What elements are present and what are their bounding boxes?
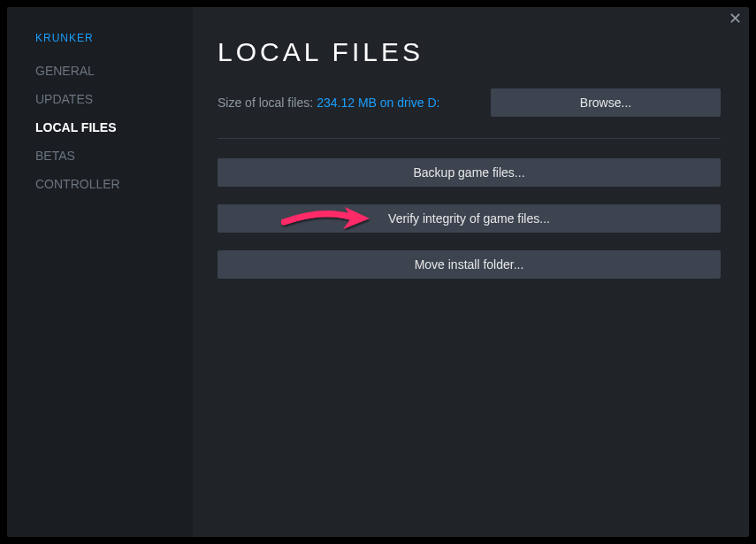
size-row: Size of local files: 234.12 MB on drive … [218, 88, 721, 117]
sidebar-item-betas[interactable]: BETAS [35, 149, 193, 163]
sidebar-item-local-files[interactable]: LOCAL FILES [35, 120, 193, 134]
sidebar-item-general[interactable]: GENERAL [35, 64, 193, 78]
browse-button[interactable]: Browse... [491, 88, 721, 117]
divider [218, 138, 721, 139]
sidebar-item-updates[interactable]: UPDATES [35, 92, 193, 106]
page-title: LOCAL FILES [218, 37, 721, 67]
verify-button[interactable]: Verify integrity of game files... [218, 204, 721, 233]
backup-button[interactable]: Backup game files... [218, 158, 721, 187]
size-label: Size of local files: [218, 96, 313, 110]
annotation-arrow-icon [281, 203, 378, 234]
game-title: KRUNKER [35, 32, 193, 44]
properties-dialog: ✕ KRUNKER GENERAL UPDATES LOCAL FILES BE… [7, 7, 749, 537]
move-label: Move install folder... [415, 257, 524, 272]
main-panel: LOCAL FILES Size of local files: 234.12 … [193, 7, 749, 537]
close-icon[interactable]: ✕ [729, 11, 742, 27]
backup-label: Backup game files... [413, 165, 524, 180]
verify-label: Verify integrity of game files... [388, 211, 550, 226]
size-value: 234.12 MB on drive D: [317, 96, 439, 110]
sidebar: KRUNKER GENERAL UPDATES LOCAL FILES BETA… [7, 7, 193, 537]
move-folder-button[interactable]: Move install folder... [218, 250, 721, 279]
sidebar-item-controller[interactable]: CONTROLLER [35, 177, 193, 191]
